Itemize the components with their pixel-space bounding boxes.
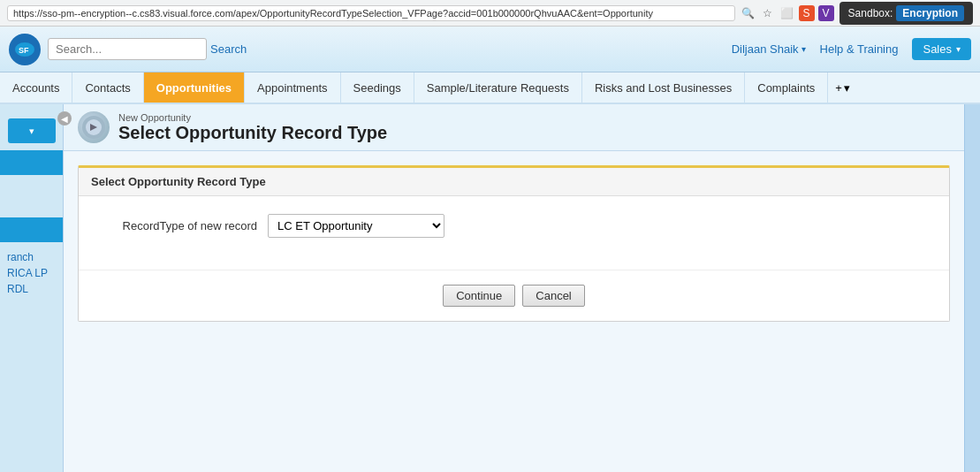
nav-item-appointments[interactable]: Appointments — [245, 72, 341, 103]
ext-icon1[interactable]: ⬜ — [779, 5, 795, 21]
nav-more-button[interactable]: + ▾ — [828, 72, 857, 103]
sandbox-env: Encryption — [896, 5, 964, 21]
nav-item-opportunities[interactable]: Opportunities — [144, 72, 245, 103]
page-title-area: New Opportunity Select Opportunity Recor… — [118, 112, 387, 143]
header-right: Diljaan Shaik ▾ Help & Training Sales ▾ — [732, 38, 971, 60]
page-header: New Opportunity Select Opportunity Recor… — [64, 104, 964, 151]
nav-item-risks[interactable]: Risks and Lost Businesses — [582, 72, 745, 103]
left-sidebar: ◀ ▾ ranch RICA LP RDL — [0, 104, 64, 472]
form-body: RecordType of new record LC ET Opportuni… — [79, 196, 949, 270]
browser-icons: 🔍 ☆ ⬜ S V — [741, 5, 834, 21]
sandbox-badge: Sandbox: Encryption — [839, 2, 973, 25]
search-area: Search — [48, 38, 247, 60]
sf-logo[interactable]: SF — [9, 34, 41, 65]
nav-item-sample[interactable]: Sample/Literature Requests — [414, 72, 582, 103]
sales-button[interactable]: Sales ▾ — [912, 38, 971, 60]
sidebar-link-rdl[interactable]: RDL — [7, 283, 56, 295]
sidebar-link-ranch[interactable]: ranch — [7, 251, 56, 263]
record-type-row: RecordType of new record LC ET Opportuni… — [91, 214, 937, 238]
sales-dropdown-icon: ▾ — [956, 44, 961, 54]
user-dropdown-icon: ▾ — [801, 44, 806, 54]
search-button[interactable]: Search — [210, 42, 247, 56]
page-subtitle: New Opportunity — [118, 112, 387, 123]
sidebar-links: ranch RICA LP RDL — [0, 246, 63, 304]
page-title: Select Opportunity Record Type — [118, 123, 387, 143]
right-sidebar — [964, 104, 980, 472]
nav-plus-icon: + — [835, 81, 842, 95]
sandbox-label: Sandbox: — [848, 7, 893, 19]
record-type-select[interactable]: LC ET Opportunity — [268, 214, 444, 238]
nav-item-seedings[interactable]: Seedings — [341, 72, 414, 103]
main-area: ◀ ▾ ranch RICA LP RDL New Opportunity S — [0, 104, 980, 472]
record-type-label: RecordType of new record — [91, 219, 268, 232]
user-name[interactable]: Diljaan Shaik ▾ — [732, 42, 806, 56]
sidebar-blue-bar-2[interactable] — [0, 217, 63, 242]
nav-item-contacts[interactable]: Contacts — [72, 72, 143, 103]
browser-bar: https://sso-pm--encryption--c.cs83.visua… — [0, 0, 980, 27]
star-icon[interactable]: ☆ — [760, 5, 776, 21]
search-input[interactable] — [48, 38, 207, 60]
sidebar-link-rica[interactable]: RICA LP — [7, 267, 56, 279]
form-actions: Continue Cancel — [79, 270, 949, 321]
record-type-icon — [78, 111, 110, 143]
cancel-button[interactable]: Cancel — [522, 285, 584, 307]
nav-item-complaints[interactable]: Complaints — [745, 72, 828, 103]
main-content: New Opportunity Select Opportunity Recor… — [64, 104, 964, 472]
search-icon[interactable]: 🔍 — [741, 5, 756, 21]
nav-dropdown-icon: ▾ — [844, 81, 850, 95]
sidebar-blue-bar-1[interactable] — [0, 150, 63, 175]
ext-icon2[interactable]: S — [799, 5, 815, 21]
sidebar-collapse-button[interactable]: ◀ — [57, 111, 72, 126]
nav-bar: Accounts Contacts Opportunities Appointm… — [0, 72, 980, 104]
form-panel-header: Select Opportunity Record Type — [79, 168, 949, 196]
svg-text:SF: SF — [19, 46, 29, 55]
url-bar[interactable]: https://sso-pm--encryption--c.cs83.visua… — [7, 5, 735, 21]
sidebar-toggle-button[interactable]: ▾ — [8, 118, 56, 143]
continue-button[interactable]: Continue — [443, 285, 515, 307]
help-training-link[interactable]: Help & Training — [820, 42, 899, 56]
ext-icon3[interactable]: V — [818, 5, 834, 21]
form-panel: Select Opportunity Record Type RecordTyp… — [78, 165, 950, 322]
sf-header: SF Search Diljaan Shaik ▾ Help & Trainin… — [0, 27, 980, 72]
nav-item-accounts[interactable]: Accounts — [0, 72, 72, 103]
